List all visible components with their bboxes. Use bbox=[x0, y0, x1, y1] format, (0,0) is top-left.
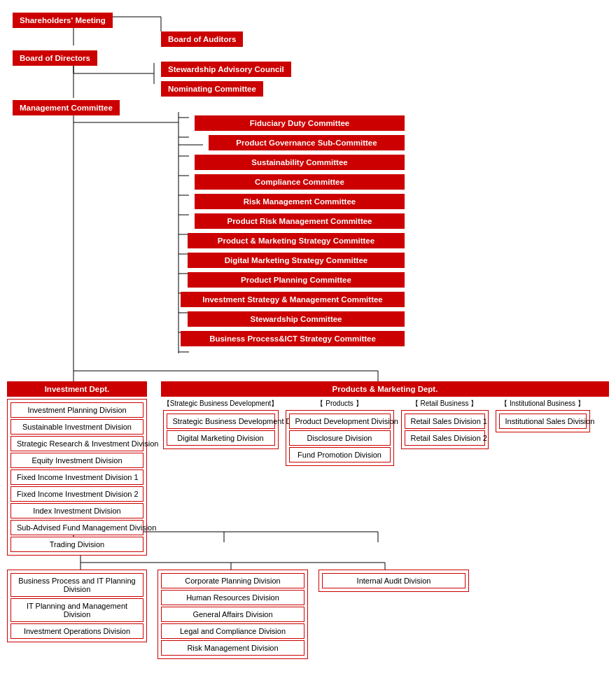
strat-div-0: Strategic Business Development Division bbox=[167, 414, 275, 429]
bottom-left-divisions: Business Process and IT Planning Divisio… bbox=[7, 570, 147, 642]
management-committee-box: Management Committee bbox=[13, 100, 120, 115]
inv-div-5: Fixed Income Investment Division 2 bbox=[10, 486, 144, 502]
strategic-label: 【Strategic Business Development】 bbox=[163, 399, 279, 409]
committee-5: Product Risk Management Committee bbox=[195, 213, 405, 229]
board-of-directors-box: Board of Directors bbox=[13, 50, 97, 66]
dept-bottom-lines bbox=[7, 556, 616, 570]
strat-div-1: Digital Marketing Division bbox=[167, 430, 275, 446]
products-divisions: Product Development Division Disclosure … bbox=[286, 410, 394, 466]
bm-div-1: Human Resources Division bbox=[161, 590, 304, 605]
inv-div-0: Investment Planning Division bbox=[10, 402, 144, 418]
retail-div-1: Retail Sales Division 2 bbox=[405, 430, 485, 446]
board-of-auditors-box: Board of Auditors bbox=[161, 31, 243, 47]
committee-7: Digital Marketing Strategy Committee bbox=[188, 253, 405, 268]
bm-div-4: Risk Management Division bbox=[161, 640, 304, 656]
stewardship-advisory-label: Stewardship Advisory Council bbox=[161, 62, 291, 77]
nominating-committee-label: Nominating Committee bbox=[161, 81, 263, 97]
committee-9-label: Investment Strategy & Management Committ… bbox=[181, 292, 405, 307]
committee-8: Product Planning Committee bbox=[188, 272, 405, 288]
committee-11-label: Business Process&ICT Strategy Committee bbox=[181, 331, 405, 346]
investment-dept-section: Investment Dept. Investment Planning Div… bbox=[7, 381, 154, 556]
committee-1: Product Governance Sub-Committee bbox=[209, 135, 405, 150]
strategic-divisions: Strategic Business Development Division … bbox=[163, 410, 279, 449]
inv-div-2: Strategic Research & Investment Division bbox=[10, 436, 144, 451]
committee-1-label: Product Governance Sub-Committee bbox=[209, 135, 405, 150]
products-marketing-sub-sections: 【Strategic Business Development】 Strateg… bbox=[161, 399, 609, 466]
institutional-label: 【 Institutional Business 】 bbox=[500, 399, 584, 409]
committee-3: Compliance Committee bbox=[195, 174, 405, 190]
bottom-middle-divisions: Corporate Planning Division Human Resour… bbox=[158, 570, 308, 659]
bm-div-2: General Affairs Division bbox=[161, 607, 304, 622]
committee-8-label: Product Planning Committee bbox=[188, 272, 405, 288]
committee-7-label: Digital Marketing Strategy Committee bbox=[188, 253, 405, 268]
inv-div-6: Index Investment Division bbox=[10, 503, 144, 518]
shareholders-meeting-label: Shareholders' Meeting bbox=[13, 13, 113, 28]
products-section: 【 Products 】 Product Development Divisio… bbox=[284, 399, 396, 466]
prod-div-2: Fund Promotion Division bbox=[289, 447, 391, 462]
inv-div-8: Trading Division bbox=[10, 537, 144, 552]
retail-div-0: Retail Sales Division 1 bbox=[405, 414, 485, 429]
bl-div-1: IT Planning and Management Division bbox=[10, 598, 144, 622]
committee-3-label: Compliance Committee bbox=[195, 174, 405, 190]
inv-div-1: Sustainable Investment Division bbox=[10, 419, 144, 435]
institutional-section: 【 Institutional Business 】 Institutional… bbox=[493, 399, 592, 432]
stewardship-advisory-box: Stewardship Advisory Council bbox=[161, 62, 291, 77]
inv-div-7: Sub-Advised Fund Management Division bbox=[10, 520, 144, 535]
products-marketing-dept-title: Products & Marketing Dept. bbox=[161, 381, 609, 397]
inv-div-4: Fixed Income Investment Division 1 bbox=[10, 469, 144, 485]
bm-div-0: Corporate Planning Division bbox=[161, 573, 304, 588]
investment-dept-title: Investment Dept. bbox=[7, 381, 147, 397]
retail-label: 【 Retail Business 】 bbox=[412, 399, 477, 409]
board-of-auditors-label: Board of Auditors bbox=[161, 31, 243, 47]
institutional-divisions: Institutional Sales Division bbox=[496, 410, 590, 432]
bottom-middle-section: Corporate Planning Division Human Resour… bbox=[158, 570, 312, 659]
committee-4: Risk Management Committee bbox=[195, 194, 405, 209]
shareholders-meeting-box: Shareholders' Meeting bbox=[13, 13, 113, 28]
board-of-directors-label: Board of Directors bbox=[13, 50, 97, 66]
products-label: 【 Products 】 bbox=[316, 399, 362, 409]
committee-0: Fiduciary Duty Committee bbox=[195, 115, 405, 131]
bl-div-2: Investment Operations Division bbox=[10, 623, 144, 639]
bottom-right-section: Internal Audit Division bbox=[318, 570, 472, 592]
committee-2: Sustainability Committee bbox=[195, 155, 405, 170]
prod-div-1: Disclosure Division bbox=[289, 430, 391, 446]
committee-9: Investment Strategy & Management Committ… bbox=[181, 292, 405, 307]
committee-4-label: Risk Management Committee bbox=[195, 194, 405, 209]
strategic-section: 【Strategic Business Development】 Strateg… bbox=[161, 399, 280, 449]
br-div-0: Internal Audit Division bbox=[322, 573, 465, 588]
dept-bottom-spacer bbox=[7, 556, 609, 570]
committee-10: Stewardship Committee bbox=[188, 311, 405, 327]
bl-div-0: Business Process and IT Planning Divisio… bbox=[10, 573, 144, 597]
bottom-left-section: Business Process and IT Planning Divisio… bbox=[7, 570, 150, 642]
nominating-committee-box: Nominating Committee bbox=[161, 81, 263, 97]
inv-div-3: Equity Investment Division bbox=[10, 453, 144, 468]
committee-2-label: Sustainability Committee bbox=[195, 155, 405, 170]
org-chart: Shareholders' Meeting Board of Auditors … bbox=[0, 0, 616, 666]
committee-6-label: Product & Marketing Strategy Committee bbox=[188, 233, 405, 248]
retail-divisions: Retail Sales Division 1 Retail Sales Div… bbox=[401, 410, 489, 449]
inst-div-0: Institutional Sales Division bbox=[499, 414, 587, 429]
bottom-section: Business Process and IT Planning Divisio… bbox=[7, 570, 609, 659]
bottom-right-divisions: Internal Audit Division bbox=[318, 570, 469, 592]
committee-10-label: Stewardship Committee bbox=[188, 311, 405, 327]
committee-11: Business Process&ICT Strategy Committee bbox=[181, 331, 405, 346]
committee-6: Product & Marketing Strategy Committee bbox=[188, 233, 405, 248]
bm-div-3: Legal and Compliance Division bbox=[161, 623, 304, 639]
retail-section: 【 Retail Business 】 Retail Sales Divisio… bbox=[399, 399, 490, 449]
products-marketing-dept-section: Products & Marketing Dept. 【Strategic Bu… bbox=[161, 381, 609, 466]
management-committee-label: Management Committee bbox=[13, 100, 120, 115]
committee-5-label: Product Risk Management Committee bbox=[195, 213, 405, 229]
prod-div-0: Product Development Division bbox=[289, 414, 391, 429]
committee-0-label: Fiduciary Duty Committee bbox=[195, 115, 405, 131]
investment-divisions: Investment Planning Division Sustainable… bbox=[7, 399, 147, 556]
